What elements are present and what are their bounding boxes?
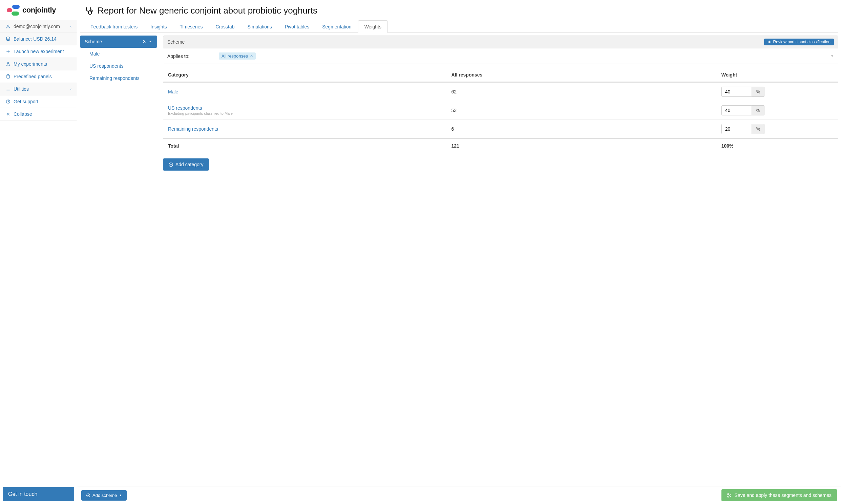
get-in-touch-button[interactable]: Get in touch xyxy=(3,487,74,501)
table-row: Male 62 % xyxy=(163,82,838,101)
scheme-count: ...3 xyxy=(139,39,146,44)
balance-label: Balance: USD 26.14 xyxy=(14,36,56,42)
th-category: Category xyxy=(163,68,447,82)
main-content: Report for New generic conjoint about pr… xyxy=(77,0,841,504)
scheme-header[interactable]: Scheme ...3 xyxy=(80,36,157,48)
total-label: Total xyxy=(163,139,447,153)
chevrons-left-icon xyxy=(5,112,11,116)
scheme-detail-panel: Scheme Review participant classification… xyxy=(160,36,838,501)
applies-to-chips[interactable]: All responses ✕ ▼ xyxy=(219,52,834,59)
report-tabs: Feedback from testers Insights Timeserie… xyxy=(80,20,838,33)
chip-all-responses: All responses ✕ xyxy=(219,52,256,59)
weight-input-remaining[interactable] xyxy=(721,124,752,134)
sidebar-utilities[interactable]: Utilities ‹ xyxy=(0,83,77,95)
tab-segmentation[interactable]: Segmentation xyxy=(316,20,358,33)
tab-feedback[interactable]: Feedback from testers xyxy=(84,20,144,33)
user-email-label: demo@conjointly.com xyxy=(14,24,60,29)
add-category-button[interactable]: Add category xyxy=(163,158,209,170)
add-scheme-label: Add scheme xyxy=(92,493,117,498)
th-weight: Weight xyxy=(717,68,838,82)
weights-table: Category All responses Weight Male 62 xyxy=(163,68,838,153)
scheme-item-male[interactable]: Male xyxy=(80,48,157,60)
category-link-us[interactable]: US respondents xyxy=(168,105,202,111)
percent-addon: % xyxy=(752,105,765,115)
responses-value: 6 xyxy=(447,120,717,139)
tab-timeseries[interactable]: Timeseries xyxy=(173,20,209,33)
chevron-up-icon xyxy=(148,40,153,44)
chevron-down-icon[interactable]: ▼ xyxy=(830,54,834,58)
percent-addon: % xyxy=(752,124,765,134)
category-link-remaining[interactable]: Remaining respondents xyxy=(168,126,218,132)
logo-icon xyxy=(7,5,20,16)
svg-point-3 xyxy=(7,25,9,26)
svg-rect-1 xyxy=(7,8,12,12)
category-subtext: Excluding paticipants classified to Male xyxy=(168,111,442,115)
responses-value: 62 xyxy=(447,82,717,101)
add-scheme-button[interactable]: Add scheme ▲ xyxy=(81,490,127,501)
utilities-label: Utilities xyxy=(14,86,29,92)
plus-icon xyxy=(5,49,11,54)
tab-weights[interactable]: Weights xyxy=(358,20,388,33)
responses-value: 53 xyxy=(447,101,717,120)
svg-rect-0 xyxy=(12,5,20,9)
plus-circle-icon xyxy=(86,493,90,498)
add-category-label: Add category xyxy=(175,162,204,167)
scissors-icon xyxy=(727,493,732,498)
chip-remove-icon[interactable]: ✕ xyxy=(250,54,253,58)
svg-point-8 xyxy=(769,42,770,43)
database-icon xyxy=(5,37,11,41)
flask-icon xyxy=(5,61,11,66)
collapse-label: Collapse xyxy=(14,111,32,117)
scheme-list-panel: Scheme ...3 Male US respondents Remainin… xyxy=(80,36,157,501)
svg-point-11 xyxy=(727,493,729,494)
experiments-label: My experiments xyxy=(14,61,47,67)
tab-insights[interactable]: Insights xyxy=(144,20,173,33)
caret-up-icon: ▲ xyxy=(119,493,122,497)
sidebar-balance[interactable]: Balance: USD 26.14 xyxy=(0,33,77,46)
total-responses: 121 xyxy=(447,139,717,153)
sidebar-predefined-panels[interactable]: Predefined panels xyxy=(0,70,77,83)
tab-crosstab[interactable]: Crosstab xyxy=(209,20,241,33)
category-link-male[interactable]: Male xyxy=(168,89,178,94)
launch-label: Launch new experiment xyxy=(14,49,64,54)
sidebar-launch-experiment[interactable]: Launch new experiment xyxy=(0,46,77,58)
table-row: Remaining respondents 6 % xyxy=(163,120,838,139)
chevron-left-icon: ‹ xyxy=(70,87,71,91)
help-icon xyxy=(5,99,11,104)
detail-panel-header: Scheme Review participant classification xyxy=(163,36,838,49)
clipboard-icon xyxy=(5,74,11,79)
scheme-item-remaining[interactable]: Remaining respondents xyxy=(80,72,157,84)
sidebar-user-email[interactable]: demo@conjointly.com ‹ xyxy=(0,20,77,33)
stethoscope-icon xyxy=(84,6,93,16)
brand-logo[interactable]: conjointly xyxy=(0,0,77,20)
page-title-row: Report for New generic conjoint about pr… xyxy=(77,0,841,20)
applies-to-row: Applies to: All responses ✕ ▼ xyxy=(163,49,838,64)
list-icon xyxy=(5,87,11,91)
brand-name: conjointly xyxy=(22,6,56,15)
scheme-item-us[interactable]: US respondents xyxy=(80,60,157,72)
scheme-header-label: Scheme xyxy=(85,39,102,44)
save-apply-button[interactable]: Save and apply these segments and scheme… xyxy=(721,489,837,501)
weight-input-male[interactable] xyxy=(721,87,752,97)
user-icon xyxy=(5,24,11,29)
table-row: US respondents Excluding paticipants cla… xyxy=(163,101,838,120)
total-weight: 100% xyxy=(717,139,838,153)
chevron-left-icon: ‹ xyxy=(70,25,71,29)
chip-label: All responses xyxy=(222,53,248,58)
page-title: Report for New generic conjoint about pr… xyxy=(98,5,317,16)
plus-circle-icon xyxy=(168,162,173,167)
weight-input-us[interactable] xyxy=(721,105,752,115)
sidebar-collapse[interactable]: Collapse xyxy=(0,108,77,121)
review-classification-button[interactable]: Review participant classification xyxy=(764,39,834,46)
svg-point-4 xyxy=(6,37,10,38)
footer-bar: Add scheme ▲ Save and apply these segmen… xyxy=(77,486,841,504)
get-in-touch-label: Get in touch xyxy=(8,491,37,497)
tab-simulations[interactable]: Simulations xyxy=(241,20,278,33)
support-label: Get support xyxy=(14,99,38,104)
review-button-label: Review participant classification xyxy=(773,40,830,44)
tab-pivot[interactable]: Pivot tables xyxy=(278,20,316,33)
sidebar-support[interactable]: Get support xyxy=(0,95,77,108)
panels-label: Predefined panels xyxy=(14,74,52,79)
table-total-row: Total 121 100% xyxy=(163,139,838,153)
sidebar-my-experiments[interactable]: My experiments xyxy=(0,58,77,70)
